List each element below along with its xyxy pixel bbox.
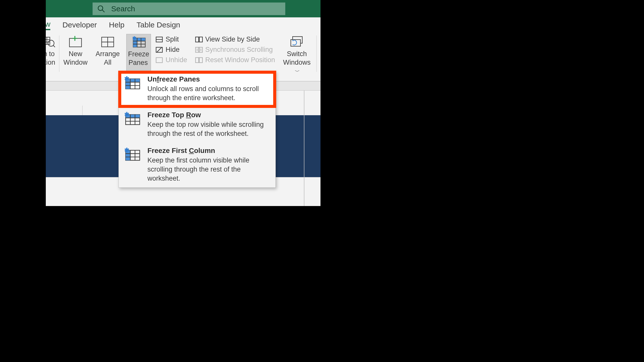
group-new-window: New Window — [59, 34, 92, 81]
label: View Side by Side — [205, 35, 260, 43]
svg-rect-32 — [195, 58, 199, 63]
svg-line-26 — [157, 47, 162, 52]
search-icon — [97, 5, 105, 13]
hide-button[interactable]: Hide — [155, 46, 187, 54]
unhide-button: Unhide — [155, 56, 187, 64]
item-text: Unfreeze Panes Unlock all rows and colum… — [147, 75, 270, 102]
arrange-all-icon — [100, 36, 115, 48]
reset-position-icon — [195, 56, 203, 64]
group-macros: Ma Ma — [317, 34, 320, 81]
item-title: Freeze First Column — [147, 147, 270, 155]
item-description: Unlock all rows and columns to scroll th… — [147, 84, 270, 102]
svg-rect-28 — [195, 37, 199, 42]
app-window: Search ew Developer Help Table Design m … — [46, 0, 320, 206]
freeze-first-column-icon: ✱ — [124, 148, 140, 162]
hide-icon — [155, 46, 163, 54]
label: Arrange — [96, 50, 120, 58]
item-title: Unfreeze Panes — [147, 75, 270, 83]
freeze-panes-button[interactable]: ✱ Freeze Panes ﹀ — [126, 34, 151, 72]
svg-text:✱: ✱ — [124, 112, 129, 118]
label: ction — [46, 58, 55, 67]
reset-window-position-button: Reset Window Position — [195, 56, 275, 64]
search-box[interactable]: Search — [93, 3, 285, 15]
freeze-first-column-item[interactable]: ✱ Freeze First Column Keep the first col… — [119, 143, 275, 187]
sync-scroll-icon — [195, 46, 203, 54]
svg-line-1 — [102, 10, 104, 12]
item-text: Freeze First Column Keep the first colum… — [147, 147, 270, 183]
split-icon — [155, 36, 163, 43]
svg-rect-33 — [199, 58, 203, 63]
svg-point-7 — [48, 40, 54, 46]
macros-button[interactable]: Ma — [320, 34, 320, 72]
svg-line-8 — [53, 45, 55, 47]
label: New — [69, 50, 82, 58]
label: Freeze — [128, 50, 149, 58]
ribbon-tabs: ew Developer Help Table Design — [46, 17, 320, 32]
label: Window — [63, 58, 88, 67]
synchronous-scrolling-button: Synchronous Scrolling — [195, 46, 275, 54]
search-placeholder: Search — [111, 5, 135, 13]
svg-rect-29 — [199, 37, 203, 42]
label: Hide — [166, 46, 180, 54]
group-switch-windows: Switch Windows ﹀ — [277, 34, 317, 81]
chevron-down-icon: ﹀ — [295, 69, 300, 74]
item-text: Freeze Top Row Keep the top row visible … — [147, 111, 270, 138]
new-window-icon — [68, 36, 83, 48]
item-description: Keep the top row visible while scrolling… — [147, 120, 270, 138]
new-window-button[interactable]: New Window — [62, 34, 89, 72]
label: Synchronous Scrolling — [205, 46, 273, 54]
freeze-panes-icon: ✱ — [131, 36, 146, 48]
arrange-all-button[interactable]: Arrange All — [94, 34, 121, 72]
freeze-panes-dropdown: ✱ Unfreeze Panes Unlock all rows and col… — [118, 71, 276, 188]
item-description: Keep the first column visible while scro… — [147, 156, 270, 183]
svg-rect-27 — [156, 58, 163, 63]
column-border — [304, 91, 304, 206]
switch-windows-button[interactable]: Switch Windows ﹀ — [281, 34, 312, 72]
freeze-panes-icon: ✱ — [124, 76, 140, 91]
unhide-icon — [155, 56, 163, 64]
split-button[interactable]: Split — [155, 35, 187, 43]
svg-text:✱: ✱ — [124, 76, 129, 82]
side-by-side-icon — [195, 36, 203, 43]
tab-view[interactable]: ew — [46, 20, 50, 30]
freeze-top-row-item[interactable]: ✱ Freeze Top Row Keep the top row visibl… — [119, 107, 275, 143]
svg-text:✱: ✱ — [132, 36, 136, 41]
unfreeze-panes-item[interactable]: ✱ Unfreeze Panes Unlock all rows and col… — [119, 71, 275, 107]
label: All — [104, 58, 111, 67]
svg-point-0 — [98, 6, 103, 11]
label: Switch — [287, 50, 307, 58]
titlebar: Search — [46, 0, 320, 17]
view-side-by-side-button[interactable]: View Side by Side — [195, 35, 275, 43]
freeze-top-row-icon: ✱ — [124, 112, 140, 127]
svg-text:✱: ✱ — [124, 148, 129, 153]
tab-help[interactable]: Help — [109, 21, 125, 29]
label: Windows ﹀ — [283, 58, 311, 76]
tab-developer[interactable]: Developer — [62, 21, 97, 29]
label: Unhide — [166, 56, 187, 64]
svg-rect-9 — [69, 38, 82, 47]
label: m to — [46, 50, 55, 58]
switch-windows-icon — [290, 36, 304, 48]
label: Reset Window Position — [205, 56, 275, 64]
tab-table-design[interactable]: Table Design — [137, 21, 180, 29]
zoom-to-selection-button[interactable]: m to ction — [46, 34, 57, 72]
item-title: Freeze Top Row — [147, 111, 270, 119]
group-zoom: m to ction — [46, 34, 59, 81]
zoom-icon — [46, 36, 55, 48]
label: Split — [166, 35, 179, 43]
